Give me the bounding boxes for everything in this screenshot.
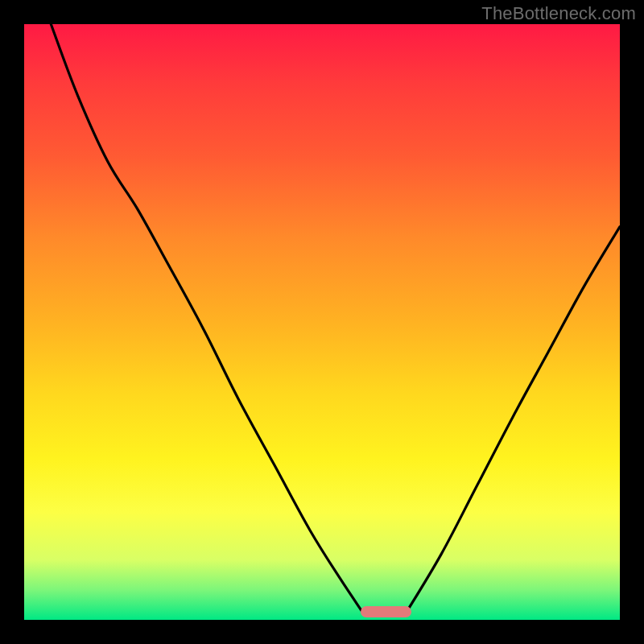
plot-area: [24, 24, 620, 620]
curve-layer: [24, 24, 620, 620]
curve-right-branch: [406, 227, 620, 614]
bottleneck-marker: [361, 606, 411, 617]
watermark-text: TheBottleneck.com: [481, 3, 636, 24]
chart-frame: TheBottleneck.com: [0, 0, 644, 644]
curve-left-branch: [51, 24, 364, 614]
